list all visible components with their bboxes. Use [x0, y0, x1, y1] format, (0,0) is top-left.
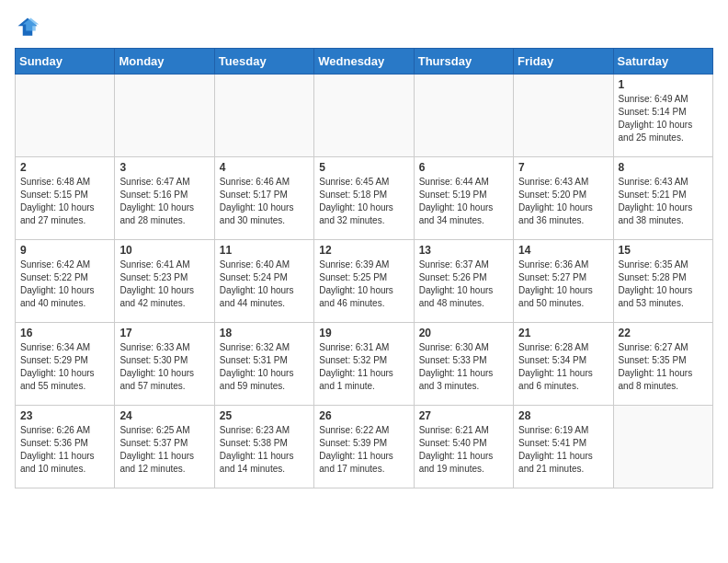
calendar-cell: 17Sunrise: 6:33 AM Sunset: 5:30 PM Dayli… — [115, 323, 214, 406]
calendar-cell: 9Sunrise: 6:42 AM Sunset: 5:22 PM Daylig… — [16, 240, 115, 323]
calendar-cell: 24Sunrise: 6:25 AM Sunset: 5:37 PM Dayli… — [115, 406, 214, 488]
week-row-5: 23Sunrise: 6:26 AM Sunset: 5:36 PM Dayli… — [16, 406, 713, 488]
day-number: 6 — [419, 161, 508, 174]
calendar-cell — [613, 406, 712, 488]
calendar-cell — [16, 75, 115, 157]
week-row-4: 16Sunrise: 6:34 AM Sunset: 5:29 PM Dayli… — [16, 323, 713, 406]
day-number: 5 — [319, 161, 408, 174]
day-info: Sunrise: 6:28 AM Sunset: 5:34 PM Dayligh… — [518, 341, 608, 393]
day-info: Sunrise: 6:43 AM Sunset: 5:21 PM Dayligh… — [619, 176, 708, 227]
day-info: Sunrise: 6:37 AM Sunset: 5:26 PM Dayligh… — [419, 259, 508, 310]
calendar-cell: 16Sunrise: 6:34 AM Sunset: 5:29 PM Dayli… — [16, 323, 115, 406]
week-row-3: 9Sunrise: 6:42 AM Sunset: 5:22 PM Daylig… — [16, 240, 713, 323]
calendar-cell: 22Sunrise: 6:27 AM Sunset: 5:35 PM Dayli… — [613, 323, 712, 406]
day-number: 24 — [119, 409, 209, 422]
weekday-header-wednesday: Wednesday — [314, 49, 414, 75]
day-info: Sunrise: 6:49 AM Sunset: 5:14 PM Dayligh… — [619, 93, 708, 144]
day-number: 27 — [419, 409, 508, 422]
calendar-cell: 23Sunrise: 6:26 AM Sunset: 5:36 PM Dayli… — [16, 406, 115, 488]
weekday-header-tuesday: Tuesday — [214, 49, 313, 75]
calendar-cell: 2Sunrise: 6:48 AM Sunset: 5:15 PM Daylig… — [16, 157, 115, 240]
day-number: 16 — [20, 327, 109, 339]
logo-icon — [15, 15, 40, 40]
day-info: Sunrise: 6:43 AM Sunset: 5:20 PM Dayligh… — [518, 176, 608, 227]
weekday-header-monday: Monday — [115, 49, 214, 75]
day-number: 1 — [619, 78, 708, 91]
weekday-header-friday: Friday — [514, 49, 613, 75]
calendar-cell: 3Sunrise: 6:47 AM Sunset: 5:16 PM Daylig… — [115, 157, 214, 240]
calendar-cell: 25Sunrise: 6:23 AM Sunset: 5:38 PM Dayli… — [214, 406, 313, 488]
day-number: 26 — [319, 409, 408, 422]
calendar-cell: 11Sunrise: 6:40 AM Sunset: 5:24 PM Dayli… — [214, 240, 313, 323]
day-number: 23 — [20, 409, 109, 422]
calendar-cell: 20Sunrise: 6:30 AM Sunset: 5:33 PM Dayli… — [414, 323, 513, 406]
day-info: Sunrise: 6:30 AM Sunset: 5:33 PM Dayligh… — [419, 341, 508, 393]
calendar-cell: 10Sunrise: 6:41 AM Sunset: 5:23 PM Dayli… — [115, 240, 214, 323]
day-number: 9 — [20, 244, 109, 257]
day-info: Sunrise: 6:26 AM Sunset: 5:36 PM Dayligh… — [20, 424, 109, 476]
day-info: Sunrise: 6:45 AM Sunset: 5:18 PM Dayligh… — [319, 176, 408, 227]
day-number: 14 — [518, 244, 608, 257]
day-number: 13 — [419, 244, 508, 257]
calendar-cell — [414, 75, 513, 157]
day-info: Sunrise: 6:41 AM Sunset: 5:23 PM Dayligh… — [119, 259, 209, 310]
calendar-cell: 8Sunrise: 6:43 AM Sunset: 5:21 PM Daylig… — [613, 157, 712, 240]
day-number: 15 — [619, 244, 708, 257]
day-number: 19 — [319, 327, 408, 339]
calendar-cell: 26Sunrise: 6:22 AM Sunset: 5:39 PM Dayli… — [314, 406, 414, 488]
day-info: Sunrise: 6:19 AM Sunset: 5:41 PM Dayligh… — [518, 424, 608, 476]
day-info: Sunrise: 6:35 AM Sunset: 5:28 PM Dayligh… — [619, 259, 708, 310]
day-number: 28 — [518, 409, 608, 422]
day-number: 12 — [319, 244, 408, 257]
calendar-cell: 1Sunrise: 6:49 AM Sunset: 5:14 PM Daylig… — [613, 75, 712, 157]
day-number: 4 — [220, 161, 309, 174]
day-number: 10 — [119, 244, 209, 257]
day-info: Sunrise: 6:33 AM Sunset: 5:30 PM Dayligh… — [119, 341, 209, 393]
calendar-cell: 15Sunrise: 6:35 AM Sunset: 5:28 PM Dayli… — [613, 240, 712, 323]
day-number: 18 — [220, 327, 309, 339]
day-number: 21 — [518, 327, 608, 339]
weekday-header-row: SundayMondayTuesdayWednesdayThursdayFrid… — [16, 49, 713, 75]
day-info: Sunrise: 6:34 AM Sunset: 5:29 PM Dayligh… — [20, 341, 109, 393]
calendar-cell: 12Sunrise: 6:39 AM Sunset: 5:25 PM Dayli… — [314, 240, 414, 323]
day-number: 2 — [20, 161, 109, 174]
day-number: 7 — [518, 161, 608, 174]
day-info: Sunrise: 6:47 AM Sunset: 5:16 PM Dayligh… — [119, 176, 209, 227]
day-number: 20 — [419, 327, 508, 339]
calendar-cell: 19Sunrise: 6:31 AM Sunset: 5:32 PM Dayli… — [314, 323, 414, 406]
calendar-cell: 21Sunrise: 6:28 AM Sunset: 5:34 PM Dayli… — [514, 323, 613, 406]
day-info: Sunrise: 6:21 AM Sunset: 5:40 PM Dayligh… — [419, 424, 508, 476]
calendar-cell: 28Sunrise: 6:19 AM Sunset: 5:41 PM Dayli… — [514, 406, 613, 488]
calendar-cell: 27Sunrise: 6:21 AM Sunset: 5:40 PM Dayli… — [414, 406, 513, 488]
day-info: Sunrise: 6:22 AM Sunset: 5:39 PM Dayligh… — [319, 424, 408, 476]
calendar-cell — [514, 75, 613, 157]
day-info: Sunrise: 6:31 AM Sunset: 5:32 PM Dayligh… — [319, 341, 408, 393]
calendar-cell: 4Sunrise: 6:46 AM Sunset: 5:17 PM Daylig… — [214, 157, 313, 240]
week-row-2: 2Sunrise: 6:48 AM Sunset: 5:15 PM Daylig… — [16, 157, 713, 240]
calendar-cell: 5Sunrise: 6:45 AM Sunset: 5:18 PM Daylig… — [314, 157, 414, 240]
day-number: 8 — [619, 161, 708, 174]
day-info: Sunrise: 6:23 AM Sunset: 5:38 PM Dayligh… — [220, 424, 309, 476]
calendar-cell: 6Sunrise: 6:44 AM Sunset: 5:19 PM Daylig… — [414, 157, 513, 240]
calendar-cell: 18Sunrise: 6:32 AM Sunset: 5:31 PM Dayli… — [214, 323, 313, 406]
day-info: Sunrise: 6:32 AM Sunset: 5:31 PM Dayligh… — [220, 341, 309, 393]
day-number: 17 — [119, 327, 209, 339]
calendar-cell — [314, 75, 414, 157]
weekday-header-sunday: Sunday — [16, 49, 115, 75]
calendar-cell: 13Sunrise: 6:37 AM Sunset: 5:26 PM Dayli… — [414, 240, 513, 323]
day-number: 11 — [220, 244, 309, 257]
day-info: Sunrise: 6:44 AM Sunset: 5:19 PM Dayligh… — [419, 176, 508, 227]
calendar-cell — [115, 75, 214, 157]
day-info: Sunrise: 6:40 AM Sunset: 5:24 PM Dayligh… — [220, 259, 309, 310]
calendar-cell: 7Sunrise: 6:43 AM Sunset: 5:20 PM Daylig… — [514, 157, 613, 240]
day-info: Sunrise: 6:46 AM Sunset: 5:17 PM Dayligh… — [220, 176, 309, 227]
week-row-1: 1Sunrise: 6:49 AM Sunset: 5:14 PM Daylig… — [16, 75, 713, 157]
logo — [15, 15, 44, 40]
day-info: Sunrise: 6:39 AM Sunset: 5:25 PM Dayligh… — [319, 259, 408, 310]
day-number: 22 — [619, 327, 708, 339]
weekday-header-saturday: Saturday — [613, 49, 712, 75]
day-info: Sunrise: 6:48 AM Sunset: 5:15 PM Dayligh… — [20, 176, 109, 227]
day-info: Sunrise: 6:27 AM Sunset: 5:35 PM Dayligh… — [619, 341, 708, 393]
day-info: Sunrise: 6:25 AM Sunset: 5:37 PM Dayligh… — [119, 424, 209, 476]
weekday-header-thursday: Thursday — [414, 49, 513, 75]
